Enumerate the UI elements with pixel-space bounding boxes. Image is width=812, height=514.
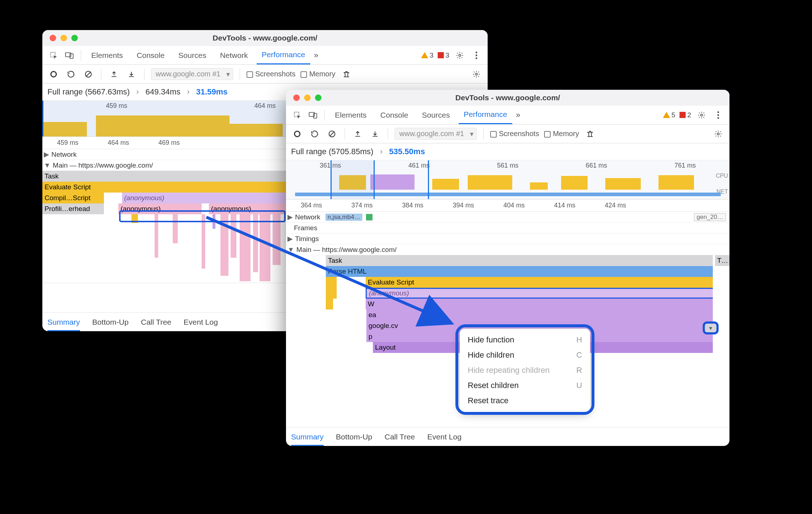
flame-anonymous[interactable]: (anonymous): [366, 288, 713, 299]
warnings-badge[interactable]: 5: [663, 111, 676, 119]
tab-elements[interactable]: Elements: [86, 46, 128, 64]
reload-record-button[interactable]: [65, 68, 77, 80]
screenshots-checkbox[interactable]: Screenshots: [490, 130, 539, 138]
details-tabs: Summary Bottom-Up Call Tree Event Log: [286, 427, 729, 446]
tab-console[interactable]: Console: [375, 106, 413, 124]
screenshots-checkbox[interactable]: Screenshots: [247, 70, 295, 78]
ctx-hide-children[interactable]: Hide childrenC: [460, 347, 590, 363]
flame-ea[interactable]: ea: [366, 309, 713, 320]
clear-button[interactable]: [326, 128, 338, 140]
ctx-reset-children[interactable]: Reset childrenU: [460, 378, 590, 393]
flame-parse-html[interactable]: Parse HTML: [326, 266, 713, 277]
ctx-label: Reset children: [468, 381, 519, 390]
warnings-badge[interactable]: 3: [421, 51, 434, 59]
svg-point-9: [475, 73, 477, 75]
flame-bar[interactable]: [326, 277, 337, 288]
flame-compile-script[interactable]: Compil…Script: [42, 193, 104, 203]
flame-profiling-overhead[interactable]: Profili…erhead: [42, 203, 104, 214]
tab-call-tree[interactable]: Call Tree: [141, 318, 171, 326]
settings-icon[interactable]: [695, 109, 708, 121]
tab-console[interactable]: Console: [132, 46, 170, 64]
context-menu: Hide functionH Hide childrenC Hide repea…: [460, 329, 590, 412]
tab-network[interactable]: Network: [215, 46, 253, 64]
ctx-hide-function[interactable]: Hide functionH: [460, 332, 590, 347]
download-icon[interactable]: [369, 128, 381, 140]
inspect-icon[interactable]: [47, 49, 60, 62]
inspect-icon[interactable]: [291, 109, 303, 121]
flame-anonymous[interactable]: (anonymous): [118, 203, 202, 214]
panel-settings-icon[interactable]: [470, 68, 483, 80]
tab-event-log[interactable]: Event Log: [184, 318, 218, 326]
download-icon[interactable]: [125, 68, 138, 80]
track-frames[interactable]: Frames: [286, 223, 729, 233]
track-main[interactable]: ▼Main — https://www.google.com/: [286, 244, 729, 255]
separator: [483, 128, 484, 139]
track-timings[interactable]: ▶Timings: [286, 233, 729, 244]
more-tabs-icon[interactable]: »: [516, 110, 520, 120]
breadcrumb-current[interactable]: 535.50ms: [389, 147, 425, 156]
flame-task[interactable]: T…: [715, 255, 729, 266]
garbage-collect-icon[interactable]: [584, 128, 596, 140]
track-network[interactable]: ▶ Network n,jsa,mb4… gen_20…: [286, 212, 729, 223]
track-timings-label: Timings: [295, 235, 319, 243]
tab-sources[interactable]: Sources: [173, 46, 211, 64]
device-toggle-icon[interactable]: [307, 109, 319, 121]
ruler-tick: 364 ms: [286, 202, 337, 209]
record-button[interactable]: [291, 128, 303, 140]
collapse-icon: ▼: [44, 161, 51, 169]
upload-icon[interactable]: [108, 68, 120, 80]
garbage-collect-icon[interactable]: [340, 68, 353, 80]
tab-summary[interactable]: Summary: [47, 318, 80, 331]
time-ruler[interactable]: 364 ms 374 ms 384 ms 394 ms 404 ms 414 m…: [286, 199, 729, 212]
tab-bottom-up[interactable]: Bottom-Up: [336, 433, 372, 441]
flame-bar[interactable]: [326, 288, 337, 299]
tab-elements[interactable]: Elements: [330, 106, 372, 124]
tab-bottom-up[interactable]: Bottom-Up: [92, 318, 129, 326]
settings-icon[interactable]: [454, 49, 466, 62]
tab-performance[interactable]: Performance: [459, 106, 512, 124]
memory-checkbox[interactable]: Memory: [544, 130, 579, 138]
errors-count: 3: [445, 51, 449, 59]
separator: [345, 128, 345, 139]
track-network-label: Network: [51, 151, 77, 159]
more-tabs-icon[interactable]: »: [314, 51, 318, 60]
breadcrumb-full-range[interactable]: Full range (5705.85ms): [291, 147, 373, 156]
device-toggle-icon[interactable]: [63, 49, 76, 62]
clear-button[interactable]: [82, 68, 94, 80]
panel-settings-icon[interactable]: [712, 128, 724, 140]
reload-record-button[interactable]: [308, 128, 321, 140]
panel-tabs: Elements Console Sources Network Perform…: [42, 46, 488, 65]
upload-icon[interactable]: [352, 128, 364, 140]
recording-selector-value: www.google.com #1: [156, 70, 220, 78]
svg-point-15: [718, 114, 719, 116]
flame-bar[interactable]: [326, 299, 333, 309]
recording-selector[interactable]: www.google.com #1▾: [151, 68, 233, 80]
kebab-menu-icon[interactable]: [470, 49, 483, 62]
errors-badge[interactable]: 3: [438, 51, 449, 59]
recording-selector-value: www.google.com #1: [399, 130, 464, 138]
breadcrumb-full-range[interactable]: Full range (5667.63ms): [47, 87, 130, 97]
tab-performance[interactable]: Performance: [257, 46, 310, 64]
overview-minimap[interactable]: 361 ms 461 ms 561 ms 661 ms 761 ms CPU N…: [286, 160, 729, 199]
ctx-reset-trace[interactable]: Reset trace: [460, 393, 590, 408]
tab-summary[interactable]: Summary: [291, 433, 324, 446]
breadcrumb-mid[interactable]: 649.34ms: [146, 87, 181, 97]
dropdown-icon: ▾: [470, 130, 474, 138]
errors-badge[interactable]: 2: [680, 111, 691, 119]
tab-event-log[interactable]: Event Log: [427, 433, 462, 441]
kebab-menu-icon[interactable]: [712, 109, 724, 121]
flame-task[interactable]: Task: [326, 255, 713, 266]
flame-evaluate-script[interactable]: Evaluate Script: [366, 277, 713, 288]
flame-w[interactable]: W: [366, 299, 713, 309]
error-icon: [438, 52, 444, 58]
tab-sources[interactable]: Sources: [417, 106, 455, 124]
svg-point-19: [717, 133, 719, 135]
tab-call-tree[interactable]: Call Tree: [384, 433, 415, 441]
memory-checkbox[interactable]: Memory: [300, 70, 335, 78]
ctx-label: Reset trace: [468, 396, 509, 405]
record-button[interactable]: [47, 68, 60, 80]
titlebar: DevTools - www.google.com/: [42, 30, 488, 46]
breadcrumb-current[interactable]: 31.59ms: [196, 87, 228, 97]
entry-dropdown-button[interactable]: ▾: [703, 321, 719, 334]
recording-selector[interactable]: www.google.com #1▾: [395, 128, 477, 140]
